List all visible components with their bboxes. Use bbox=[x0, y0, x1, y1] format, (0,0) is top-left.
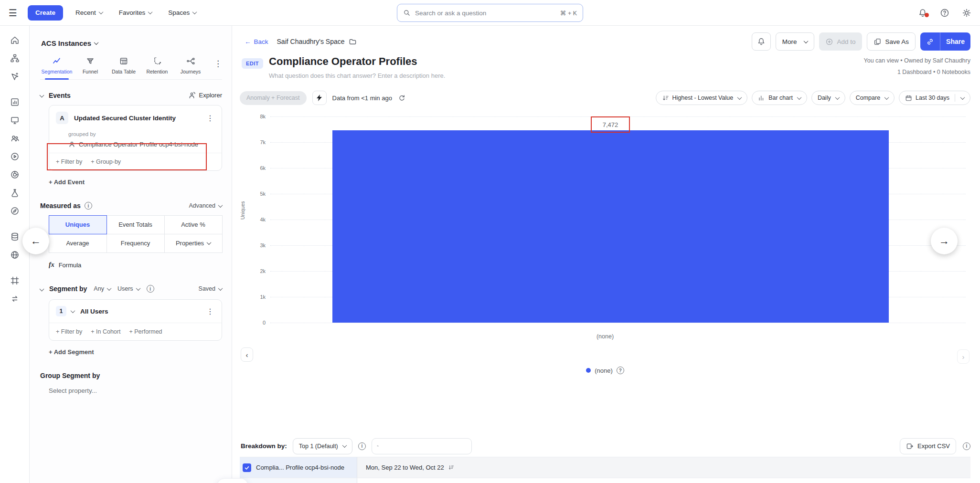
home-icon[interactable] bbox=[10, 35, 20, 45]
breakdown-search-input[interactable] bbox=[383, 442, 467, 450]
menu-favorites[interactable]: Favorites bbox=[119, 9, 152, 16]
menu-recent[interactable]: Recent bbox=[75, 9, 103, 16]
add-event-button[interactable]: + Add Event bbox=[49, 178, 85, 186]
flask-icon[interactable] bbox=[10, 188, 20, 198]
measure-frequency[interactable]: Frequency bbox=[107, 234, 165, 253]
bar[interactable] bbox=[332, 130, 889, 323]
add-to-button[interactable]: Add to bbox=[819, 32, 862, 51]
interval-dropdown[interactable]: Daily bbox=[811, 91, 845, 105]
chart-type-dropdown[interactable]: Bar chart bbox=[752, 91, 807, 105]
grouped-by-property[interactable]: Compliance Operator Profile ocp4-bsi-nod… bbox=[68, 141, 215, 148]
segment-name[interactable]: All Users bbox=[80, 308, 200, 315]
legend-dot[interactable] bbox=[586, 368, 591, 373]
settings-button[interactable] bbox=[962, 8, 971, 18]
export-csv-button[interactable]: Export CSV bbox=[900, 438, 956, 454]
legend-label[interactable]: (none) bbox=[595, 367, 613, 374]
back-button[interactable]: ←Back bbox=[245, 38, 268, 45]
info-icon[interactable]: i bbox=[147, 285, 154, 293]
chevron-down-icon[interactable] bbox=[71, 308, 75, 313]
frame-icon[interactable] bbox=[10, 276, 20, 285]
collapse-caret-icon[interactable] bbox=[40, 286, 44, 291]
notifications-button[interactable] bbox=[918, 8, 927, 18]
chart-notifications-button[interactable] bbox=[752, 32, 771, 51]
measure-properties[interactable]: Properties bbox=[164, 234, 223, 253]
chart-next-page-button[interactable]: › bbox=[957, 349, 969, 364]
info-icon[interactable]: i bbox=[358, 442, 366, 450]
segment-index-badge[interactable]: 1 bbox=[56, 306, 66, 316]
more-button[interactable]: More bbox=[776, 32, 814, 51]
realtime-button[interactable] bbox=[312, 91, 327, 105]
segment-any-dropdown[interactable]: Any bbox=[94, 285, 111, 292]
page-title[interactable]: Compliance Operator Profiles bbox=[269, 55, 445, 68]
tab-segmentation[interactable]: Segmentation bbox=[40, 54, 74, 79]
sort-icon[interactable] bbox=[448, 464, 454, 471]
add-segment-button[interactable]: + Add Segment bbox=[49, 348, 94, 356]
measure-event-totals[interactable]: Event Totals bbox=[107, 215, 165, 234]
global-search[interactable]: ⌘ + K bbox=[397, 4, 583, 22]
info-icon[interactable]: i bbox=[963, 442, 970, 450]
sitemap-icon[interactable] bbox=[10, 53, 20, 63]
help-button[interactable] bbox=[940, 8, 949, 18]
tab-journeys[interactable]: Journeys bbox=[174, 54, 207, 79]
anomaly-forecast-toggle[interactable]: Anomaly + Forecast bbox=[240, 91, 307, 105]
segment-saved-dropdown[interactable]: Saved bbox=[199, 285, 222, 292]
users-icon[interactable] bbox=[10, 134, 20, 143]
next-chart-nav-button[interactable]: → bbox=[931, 228, 958, 254]
tabs-overflow-menu[interactable]: ⋮ bbox=[214, 54, 222, 69]
breakdown-date-range-header[interactable]: Mon, Sep 22 to Wed, Oct 22 bbox=[366, 464, 444, 471]
measure-average[interactable]: Average bbox=[49, 234, 107, 253]
breakdown-search[interactable] bbox=[372, 438, 472, 454]
globe-icon[interactable] bbox=[10, 250, 20, 260]
breakdown-col1-header[interactable]: Complia... Profile ocp4-bsi-node bbox=[256, 464, 344, 471]
swap-icon[interactable] bbox=[10, 294, 20, 304]
measure-active-pct[interactable]: Active % bbox=[164, 215, 223, 234]
tab-data-table[interactable]: Data Table bbox=[107, 54, 140, 79]
breakdown-top-dropdown[interactable]: Top 1 (Default) bbox=[293, 438, 352, 454]
copy-link-button[interactable] bbox=[920, 32, 940, 51]
share-button[interactable]: Share bbox=[920, 32, 970, 51]
sort-dropdown[interactable]: Highest - Lowest Value bbox=[656, 91, 748, 105]
help-icon[interactable]: ? bbox=[617, 367, 624, 374]
explorer-button[interactable]: Explorer bbox=[188, 91, 222, 99]
ai-assistant-button[interactable]: ✦ bbox=[217, 478, 248, 483]
event-letter-badge[interactable]: A bbox=[56, 112, 68, 124]
search-input[interactable] bbox=[415, 10, 556, 17]
collapse-caret-icon[interactable] bbox=[40, 93, 44, 98]
save-as-button[interactable]: Save As bbox=[867, 32, 916, 51]
select-all-checkbox[interactable] bbox=[243, 463, 251, 472]
event-menu-button[interactable]: ⋮ bbox=[205, 114, 215, 123]
compass-icon[interactable] bbox=[10, 206, 20, 216]
database-icon[interactable] bbox=[10, 232, 20, 242]
event-group-by-button[interactable]: + Group-by bbox=[91, 158, 121, 165]
info-icon[interactable]: i bbox=[85, 202, 92, 210]
advanced-dropdown[interactable]: Advanced bbox=[189, 202, 222, 209]
date-range-dropdown[interactable]: Last 30 days bbox=[899, 91, 970, 105]
segment-performed-button[interactable]: + Performed bbox=[129, 328, 162, 335]
chart-icon[interactable] bbox=[10, 97, 20, 107]
description-placeholder[interactable]: What question does this chart answer? En… bbox=[269, 72, 445, 79]
segment-users-dropdown[interactable]: Users bbox=[117, 285, 140, 292]
create-button[interactable]: Create bbox=[28, 5, 63, 21]
refresh-button[interactable] bbox=[398, 94, 406, 102]
segment-menu-button[interactable]: ⋮ bbox=[205, 307, 215, 316]
chart-prev-page-button[interactable]: ‹ bbox=[241, 347, 253, 362]
event-name[interactable]: Updated Secured Cluster Identity bbox=[74, 115, 200, 122]
menu-spaces[interactable]: Spaces bbox=[168, 9, 196, 16]
compare-dropdown[interactable]: Compare bbox=[850, 91, 895, 105]
dataset-selector[interactable]: ACS Instances bbox=[41, 39, 222, 47]
donut-chart-icon[interactable] bbox=[10, 170, 20, 179]
monitor-icon[interactable] bbox=[10, 116, 20, 125]
breadcrumb-space[interactable]: Saif Chaudhry's Space bbox=[277, 38, 357, 46]
segment-filter-by-button[interactable]: + Filter by bbox=[56, 328, 82, 335]
hamburger-menu-icon[interactable]: ☰ bbox=[9, 7, 17, 19]
segment-in-cohort-button[interactable]: + In Cohort bbox=[91, 328, 120, 335]
tab-funnel[interactable]: Funnel bbox=[74, 54, 107, 79]
magic-cursor-icon[interactable] bbox=[10, 72, 20, 81]
select-property-button[interactable]: Select property... bbox=[49, 387, 222, 394]
event-filter-by-button[interactable]: + Filter by bbox=[56, 158, 82, 165]
measure-uniques[interactable]: Uniques bbox=[49, 215, 107, 234]
tab-retention[interactable]: Retention bbox=[140, 54, 174, 79]
play-circle-icon[interactable] bbox=[10, 152, 20, 161]
prev-chart-nav-button[interactable]: ← bbox=[22, 228, 49, 254]
formula-button[interactable]: fx Formula bbox=[49, 261, 222, 269]
